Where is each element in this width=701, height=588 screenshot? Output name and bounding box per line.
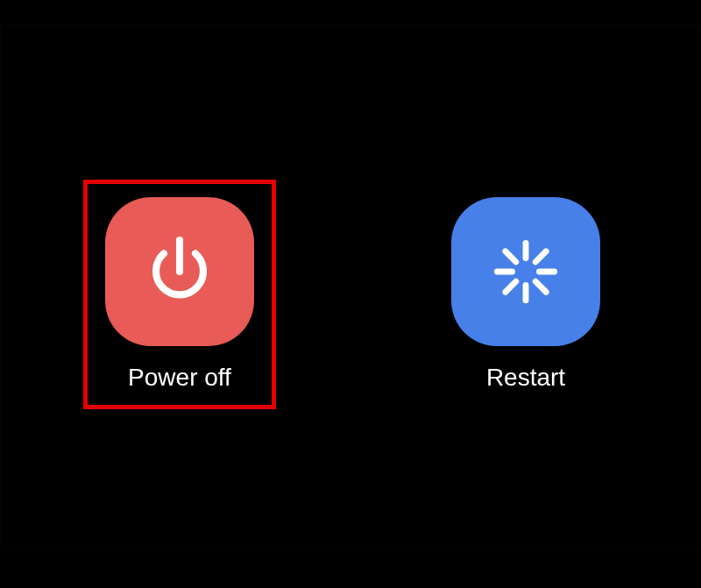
restart-button[interactable] (451, 197, 600, 346)
svg-line-7 (506, 281, 516, 292)
power-off-label: Power off (128, 364, 231, 392)
svg-line-4 (506, 251, 516, 261)
power-off-button[interactable] (105, 197, 254, 346)
power-menu: Power off Restart (83, 180, 618, 409)
restart-icon (488, 234, 563, 309)
svg-line-6 (535, 251, 546, 261)
power-off-option[interactable]: Power off (83, 180, 276, 409)
restart-label: Restart (486, 364, 565, 392)
power-icon (140, 232, 219, 311)
restart-option[interactable]: Restart (434, 180, 618, 409)
svg-line-5 (535, 281, 546, 292)
